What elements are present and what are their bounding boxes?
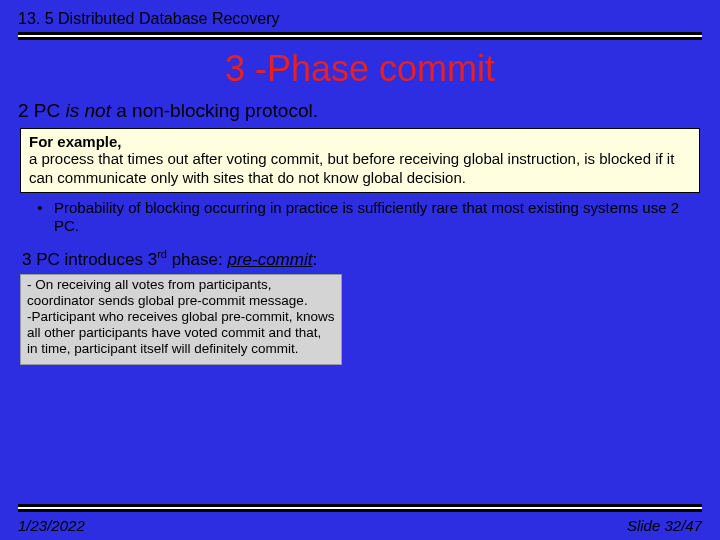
footer-slide: Slide 32/47: [627, 517, 702, 534]
example-bold: For example,: [29, 133, 691, 150]
page-title: 3 -Phase commit: [18, 48, 702, 90]
lead-suffix: a non-blocking protocol.: [111, 100, 318, 121]
footer-date: 1/23/2022: [18, 517, 85, 534]
bullet-text: Probability of blocking occurring in pra…: [54, 199, 694, 237]
gray-box: - On receiving all votes from participan…: [20, 274, 342, 365]
bullet-marker: •: [26, 199, 54, 237]
divider-bottom: [18, 504, 702, 512]
lead-prefix: 2 PC: [18, 100, 66, 121]
lead-emphasis: is not: [66, 100, 111, 121]
gray-p1: - On receiving all votes from participan…: [27, 277, 335, 309]
intro-pre: 3 PC introduces 3: [22, 250, 157, 269]
intro-mid: phase:: [167, 250, 228, 269]
intro-tail: :: [312, 250, 317, 269]
intro-3pc: 3 PC introduces 3rd phase: pre-commit:: [18, 242, 702, 274]
intro-emph: pre-commit: [227, 250, 312, 269]
example-box: For example, a process that times out af…: [20, 128, 700, 193]
divider-top: [18, 32, 702, 40]
bullet-item: • Probability of blocking occurring in p…: [18, 197, 702, 243]
intro-sup: rd: [157, 248, 167, 260]
lead-sentence: 2 PC is not a non-blocking protocol.: [18, 100, 702, 122]
footer: 1/23/2022 Slide 32/47: [0, 517, 720, 534]
section-heading: 13. 5 Distributed Database Recovery: [18, 10, 702, 28]
example-text: a process that times out after voting co…: [29, 150, 691, 188]
gray-p2: -Participant who receives global pre-com…: [27, 309, 335, 358]
